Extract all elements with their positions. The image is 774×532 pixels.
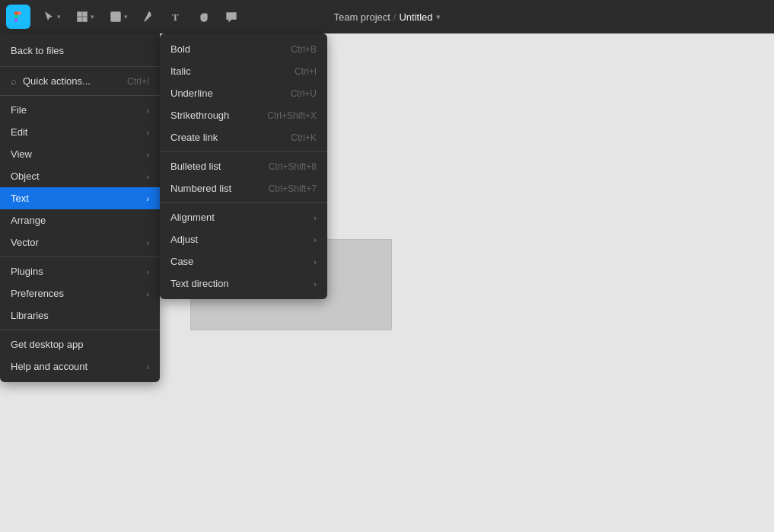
strikethrough-shortcut: Ctrl+Shift+X (267, 110, 317, 121)
quick-actions-label: Quick actions... (23, 75, 121, 87)
frame-tool-button[interactable]: ▾ (70, 6, 100, 27)
svg-rect-4 (111, 12, 120, 21)
menu-sep-2 (0, 95, 160, 96)
alignment-arrow: › (314, 213, 317, 222)
numbered-list-shortcut: Ctrl+Shift+7 (269, 183, 317, 194)
text-label: Text (11, 193, 143, 204)
menu-sep-1 (0, 66, 160, 67)
create-link-item[interactable]: Create link Ctrl+K (160, 126, 327, 148)
text-menu-item[interactable]: Text › (0, 187, 160, 209)
alignment-label: Alignment (170, 212, 311, 223)
plugins-menu-item[interactable]: Plugins › (0, 260, 160, 282)
strikethrough-label: Strikethrough (170, 110, 261, 121)
text-arrow: › (146, 194, 149, 203)
hand-tool-button[interactable] (192, 6, 216, 27)
text-direction-arrow: › (314, 279, 317, 288)
underline-item[interactable]: Underline Ctrl+U (160, 82, 327, 104)
help-label: Help and account (11, 361, 143, 372)
toolbar: ▾ ▾ ▾ T Team project / Untitled ▾ (0, 0, 774, 33)
case-arrow: › (314, 257, 317, 266)
file-name: Untitled (399, 11, 432, 23)
italic-label: Italic (170, 65, 288, 77)
title-separator: / (393, 11, 397, 23)
case-label: Case (170, 256, 311, 267)
title-chevron[interactable]: ▾ (436, 12, 441, 22)
get-desktop-label: Get desktop app (11, 339, 149, 350)
text-direction-label: Text direction (170, 278, 311, 289)
preferences-arrow: › (146, 289, 149, 298)
object-menu-item[interactable]: Object › (0, 165, 160, 187)
figma-logo-button[interactable] (6, 5, 30, 29)
file-arrow: › (146, 106, 149, 115)
svg-rect-0 (78, 12, 81, 16)
vector-label: Vector (11, 237, 143, 248)
move-tool-button[interactable]: ▾ (37, 6, 67, 27)
svg-rect-2 (78, 18, 81, 21)
comment-tool-button[interactable] (219, 6, 244, 27)
underline-label: Underline (170, 88, 285, 99)
pen-tool-button[interactable] (137, 6, 161, 27)
file-menu-item[interactable]: File › (0, 99, 160, 121)
file-label: File (11, 104, 143, 116)
create-link-label: Create link (170, 132, 285, 143)
numbered-list-item[interactable]: Numbered list Ctrl+Shift+7 (160, 177, 327, 199)
adjust-item[interactable]: Adjust › (160, 228, 327, 250)
preferences-label: Preferences (11, 288, 143, 299)
edit-label: Edit (11, 126, 143, 138)
quick-actions-item[interactable]: ⌕ Quick actions... Ctrl+/ (0, 70, 160, 92)
view-menu-item[interactable]: View › (0, 143, 160, 165)
italic-item[interactable]: Italic Ctrl+I (160, 60, 327, 82)
svg-rect-3 (83, 18, 87, 21)
plugins-arrow: › (146, 267, 149, 276)
edit-menu-item[interactable]: Edit › (0, 121, 160, 143)
libraries-menu-item[interactable]: Libraries (0, 304, 160, 327)
bold-item[interactable]: Bold Ctrl+B (160, 38, 327, 60)
create-link-shortcut: Ctrl+K (291, 132, 317, 143)
back-to-files-label: Back to files (11, 45, 64, 56)
view-arrow: › (146, 150, 149, 159)
adjust-label: Adjust (170, 234, 311, 245)
text-direction-item[interactable]: Text direction › (160, 272, 327, 295)
object-arrow: › (146, 172, 149, 181)
bulleted-list-label: Bulleted list (170, 161, 263, 172)
arrange-label: Arrange (11, 215, 149, 226)
underline-shortcut: Ctrl+U (291, 88, 317, 99)
plugins-label: Plugins (11, 266, 143, 277)
bold-label: Bold (170, 43, 285, 55)
get-desktop-menu-item[interactable]: Get desktop app (0, 333, 160, 355)
arrange-menu-item[interactable]: Arrange (0, 209, 160, 231)
alignment-item[interactable]: Alignment › (160, 206, 327, 228)
adjust-arrow: › (314, 235, 317, 244)
text-tool-button[interactable]: T (164, 6, 189, 27)
project-name: Team project (333, 11, 390, 23)
shape-tool-button[interactable]: ▾ (104, 6, 134, 27)
sub-sep-2 (160, 202, 327, 203)
libraries-label: Libraries (11, 310, 149, 321)
bulleted-list-item[interactable]: Bulleted list Ctrl+Shift+8 (160, 155, 327, 177)
object-label: Object (11, 170, 143, 182)
vector-arrow: › (146, 238, 149, 247)
vector-menu-item[interactable]: Vector › (0, 231, 160, 253)
italic-shortcut: Ctrl+I (295, 66, 317, 77)
svg-text:T: T (172, 11, 179, 23)
help-arrow: › (146, 362, 149, 371)
help-menu-item[interactable]: Help and account › (0, 355, 160, 377)
menu-sep-4 (0, 330, 160, 330)
back-to-files-item[interactable]: Back to files (0, 38, 160, 63)
sub-sep-1 (160, 151, 327, 152)
svg-rect-1 (83, 12, 87, 16)
quick-actions-shortcut: Ctrl+/ (127, 76, 149, 87)
search-icon: ⌕ (11, 75, 17, 87)
bold-shortcut: Ctrl+B (291, 44, 317, 55)
menu-sep-3 (0, 256, 160, 257)
case-item[interactable]: Case › (160, 250, 327, 272)
file-title: Team project / Untitled ▾ (333, 11, 440, 23)
text-submenu: Bold Ctrl+B Italic Ctrl+I Underline Ctrl… (160, 33, 327, 299)
numbered-list-label: Numbered list (170, 183, 263, 194)
view-label: View (11, 148, 143, 160)
bulleted-list-shortcut: Ctrl+Shift+8 (269, 161, 317, 172)
edit-arrow: › (146, 128, 149, 137)
preferences-menu-item[interactable]: Preferences › (0, 282, 160, 304)
strikethrough-item[interactable]: Strikethrough Ctrl+Shift+X (160, 104, 327, 126)
main-menu: Back to files ⌕ Quick actions... Ctrl+/ … (0, 33, 160, 382)
